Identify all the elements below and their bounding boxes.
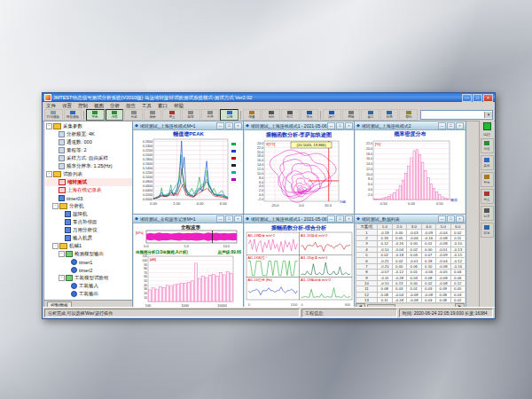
child-maximize-button[interactable]: □ [336, 215, 344, 223]
tree-item[interactable]: 频率分辨率: 1.25(Hz) [45, 162, 133, 170]
tree-item[interactable]: timer2 [45, 266, 133, 274]
multiplot-chart[interactable]: 振幅函数分析-综合分析AI1-1X幅值 m/s^2AI1-1X频谱 m/s^2A… [245, 223, 354, 309]
tree-item[interactable]: −分析机 [45, 202, 133, 210]
maximize-button[interactable]: □ [473, 94, 482, 102]
toolbar-button-3[interactable]: 平衡 [86, 109, 105, 121]
child-title-bar[interactable]: ◆ 堵转测试_上海连线模式M=1 —□× [133, 121, 244, 130]
child-maximize-button[interactable]: □ [447, 122, 455, 129]
toolbar-button-6[interactable]: 采样 [144, 109, 162, 121]
child-close-button[interactable]: × [345, 122, 353, 129]
toolbar-button-1[interactable]: 打印模板 [44, 109, 63, 121]
tree-item[interactable]: 万用分析仪 [45, 226, 133, 234]
child-window-histogram[interactable]: ◆ 堵转测试_上海连线模式2 —□× 概率密度分布 2.04.06.08.010… [354, 121, 466, 215]
table-row[interactable]: 130.11-0.18-0.080.030.080.02 [356, 298, 466, 303]
menu-item-7[interactable]: 工具 [142, 103, 152, 109]
combobox-dropdown-icon[interactable]: ▾ [484, 112, 492, 118]
toolbar-button-8[interactable]: 回放 [182, 109, 200, 121]
right-toolbar-button-4[interactable]: 停止 [481, 189, 494, 204]
child-maximize-button[interactable]: □ [225, 122, 233, 129]
child-minimize-button[interactable]: — [438, 215, 446, 223]
menu-item-5[interactable]: 分析 [110, 103, 120, 109]
toolbar-button-2[interactable]: 报告模板 [64, 109, 82, 121]
child-title-bar[interactable]: ◆ 堵转测试_全程波形记录M=1 —□× [133, 215, 244, 223]
right-toolbar-button-2[interactable]: 采样 [481, 155, 494, 170]
menu-item-6[interactable]: 报告 [126, 103, 136, 109]
toolbar-button-5[interactable]: 示波 [124, 109, 143, 121]
tree-item[interactable]: −机械1 [45, 242, 133, 250]
tree-expand-icon[interactable]: − [52, 243, 59, 249]
child-title-bar[interactable]: ◆ 堵转测试_数据列表 —□× [355, 215, 466, 223]
tree-item[interactable]: timer03 [45, 194, 133, 202]
tree-item[interactable]: 通道数: 000 [45, 138, 133, 146]
child-maximize-button[interactable]: □ [225, 215, 233, 223]
menu-item-1[interactable]: 文件 [46, 103, 56, 109]
toolbar-button-7[interactable]: 停止 [162, 109, 181, 121]
octave-chart[interactable]: 全程波形[kPa]0.05.010.0倍频程分析(1/3倍频程,A计权)总声级:… [134, 223, 243, 309]
toolbar-button-15[interactable]: 缩小 [323, 109, 341, 121]
child-maximize-button[interactable]: □ [447, 215, 455, 223]
close-button[interactable]: × [483, 94, 493, 102]
menu-item-9[interactable]: 帮助 [174, 103, 184, 109]
child-minimize-button[interactable]: — [327, 122, 335, 129]
child-title-bar[interactable]: ◆ 堵转测试_上海连线模式1 - 2021-05-06 17:2 —□× [244, 215, 355, 223]
child-window-octave[interactable]: ◆ 堵转测试_全程波形记录M=1 —□× 全程波形[kPa]0.05.010.0… [132, 214, 245, 309]
child-close-button[interactable]: × [345, 215, 353, 223]
menu-item-2[interactable]: 设置 [62, 103, 72, 109]
toolbar-button-11[interactable]: 测量 [243, 109, 262, 121]
spectrum-chart[interactable]: 0.00000.02000.04000.06000.08000.10000.12… [134, 137, 243, 214]
toolbar-button-12[interactable]: 光标 [262, 109, 280, 121]
tree-item[interactable]: 量程等: 2 [45, 146, 133, 154]
tree-item[interactable]: 堵转测试 [45, 178, 133, 186]
title-bar[interactable]: JMTEST动态信号测试分析系统(V2010版) 马达堵转旋转试验测试系统模式-… [43, 93, 495, 102]
toolbar-button-17[interactable]: 窗口 [361, 109, 379, 121]
child-close-button[interactable]: × [234, 215, 242, 223]
child-window-spectrum[interactable]: ◆ 堵转测试_上海连线模式M=1 —□× 幅值谱PEAK 0.00000.020… [132, 121, 245, 215]
toolbar-button-16[interactable]: 网格 [342, 109, 361, 121]
tree-item[interactable]: timer1 [45, 258, 133, 266]
toolbar-button-9[interactable]: 暂停 [201, 109, 220, 121]
toolbar-button-14[interactable]: 放大 [301, 109, 319, 121]
menu-item-3[interactable]: 控制 [78, 103, 88, 109]
tree-expand-icon[interactable]: − [59, 251, 65, 257]
child-window-orbit[interactable]: ◆ 堵转测试_上海连线模式1 - 2021-05-06 17:2 —□× 振幅函… [243, 121, 356, 215]
child-close-button[interactable]: × [456, 122, 464, 129]
child-minimize-button[interactable]: — [438, 122, 446, 129]
right-toolbar-button-1[interactable]: 示波 [481, 138, 494, 153]
child-close-button[interactable]: × [456, 215, 464, 223]
child-minimize-button[interactable]: — [327, 215, 335, 223]
child-title-bar[interactable]: ◆ 堵转测试_上海连线模式2 —□× [355, 121, 466, 130]
tree-item[interactable]: −试验列表 [45, 170, 133, 178]
tree-item[interactable]: 零点补偿器 [45, 218, 133, 226]
tree-item[interactable]: 分析频宽: 4K [45, 130, 133, 138]
toolbar-combobox[interactable]: ▾ [420, 110, 493, 120]
child-minimize-button[interactable]: — [216, 215, 224, 223]
data-table[interactable]: 元素/组1-02-03-04-05-06-01-0.180.00-0.03-0.… [356, 223, 465, 303]
toolbar-button-4[interactable]: 清零 [106, 109, 124, 121]
right-toolbar-button-3[interactable]: 暂停 [481, 172, 494, 187]
right-toolbar-button-5[interactable]: 记录 [481, 206, 494, 221]
tree-item[interactable]: 故障机 [45, 210, 133, 218]
tree-item[interactable]: 采样方式: 自由采样 [45, 154, 133, 162]
child-window-table[interactable]: ◆ 堵转测试_数据列表 —□× 元素/组1-02-03-04-05-06-01-… [354, 214, 466, 309]
tree-expand-icon[interactable]: − [46, 171, 52, 177]
tree-item[interactable]: 工装输出 [45, 290, 133, 298]
tree-item[interactable]: 工装输入 [45, 282, 133, 290]
child-close-button[interactable]: × [234, 122, 242, 129]
toolbar-button-18[interactable]: 布局 [380, 109, 399, 121]
child-window-multiplot[interactable]: ◆ 堵转测试_上海连线模式1 - 2021-05-06 17:2 —□× 振幅函… [243, 214, 356, 309]
toolbar-button-19[interactable]: 帮助 [399, 109, 418, 121]
right-toolbar-button-6[interactable]: 回放 [481, 223, 494, 238]
menu-item-8[interactable]: 窗口 [158, 103, 168, 109]
result-table[interactable]: 元素/组1-02-03-04-05-06-01-0.180.00-0.03-0.… [356, 223, 465, 303]
tree-item[interactable]: −检测模型输出 [45, 250, 133, 258]
child-maximize-button[interactable]: □ [336, 122, 344, 129]
histogram-chart[interactable]: 2.04.06.08.010.012.014.016.018.020.022.0… [356, 137, 465, 214]
toolbar-button-10[interactable]: 记录 [220, 109, 239, 121]
tree-item[interactable]: −工装模型试验组 [45, 274, 133, 282]
toolbar-button-13[interactable]: 标尺 [281, 109, 300, 121]
tree-item[interactable]: 输入机房 [45, 234, 133, 242]
orbit-chart[interactable]: 振幅函数分析-李萨如轨迹图-2.00.02.04.06.08.010.012.0… [245, 130, 354, 214]
tree-expand-icon[interactable]: − [52, 203, 59, 209]
child-minimize-button[interactable]: — [216, 122, 224, 129]
tree-expand-icon[interactable]: − [46, 123, 52, 129]
